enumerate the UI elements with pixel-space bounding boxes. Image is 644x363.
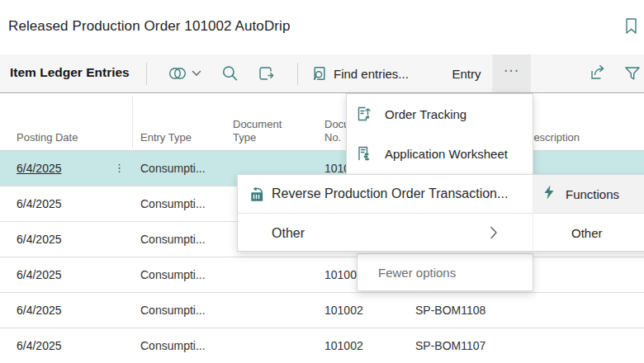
chart-view-icon xyxy=(167,64,188,83)
group-label: Functions xyxy=(566,187,619,201)
menu-item-reverse-production-order-transaction[interactable]: Reverse Production Order Transaction... xyxy=(238,175,533,213)
submenu-row: Reverse Production Order Transaction... … xyxy=(238,175,644,214)
entry-type-cell: Consumpti... xyxy=(140,328,206,363)
toolbar-separator xyxy=(146,63,147,85)
reverse-production-order-icon xyxy=(249,186,265,202)
document-no-cell: 101002 xyxy=(324,293,363,328)
filter-icon xyxy=(623,64,642,82)
fewer-options-button[interactable]: Fewer options xyxy=(358,254,533,290)
chevron-right-icon xyxy=(490,226,498,243)
grid-header: Posting Date Entry Type Document Type Do… xyxy=(0,93,644,151)
functions-group-header[interactable]: Functions xyxy=(533,175,644,213)
posting-date-link[interactable]: 6/4/2025 xyxy=(17,293,62,328)
search-icon xyxy=(220,64,239,82)
more-options-button[interactable]: ··· xyxy=(492,54,531,92)
functions-submenu: Reverse Production Order Transaction... … xyxy=(237,174,644,252)
find-entries-icon xyxy=(310,64,328,82)
group-label: Other xyxy=(571,226,603,240)
business-central-page: Released Production Order 101002 AutoDri… xyxy=(0,0,644,363)
entry-type-cell: Consumpti... xyxy=(140,293,206,328)
entry-menu-label: Entry xyxy=(452,67,481,81)
bookmark-icon[interactable] xyxy=(621,16,641,35)
title-bar: Released Production Order 101002 AutoDri… xyxy=(0,0,644,54)
item-no-cell: SP-BOM1108 xyxy=(415,293,485,328)
posting-date-link[interactable]: 6/4/2025 xyxy=(17,257,62,292)
column-divider xyxy=(132,97,133,148)
table-row[interactable]: 6/4/2025 Consumpti... 101002 SP-BOM1107 xyxy=(0,328,644,363)
show-more-expand-button[interactable] xyxy=(248,54,284,92)
share-icon xyxy=(588,64,609,83)
filter-button[interactable] xyxy=(618,54,644,92)
share-button[interactable] xyxy=(580,54,617,92)
order-tracking-icon xyxy=(355,106,372,122)
chevron-down-icon xyxy=(192,70,201,77)
entry-type-cell: Consumpti... xyxy=(140,257,206,292)
document-no-cell: 101002 xyxy=(324,328,363,363)
other-group-header[interactable]: Other xyxy=(533,214,644,252)
menu-item-application-worksheet[interactable]: Application Worksheet xyxy=(347,134,533,173)
posting-date-link[interactable]: 6/4/2025 xyxy=(17,328,62,363)
col-header-document-type[interactable]: Document Type xyxy=(233,118,297,145)
find-entries-label: Find entries... xyxy=(334,67,409,81)
col-header-description[interactable]: Description xyxy=(526,131,580,144)
submenu-row: Other Other xyxy=(238,214,644,252)
menu-item-order-tracking[interactable]: Order Tracking xyxy=(347,94,533,134)
lightning-bolt-icon xyxy=(543,185,555,203)
col-header-entry-type[interactable]: Entry Type xyxy=(140,131,192,144)
application-worksheet-icon xyxy=(355,145,372,162)
row-options-icon[interactable]: ⋮ xyxy=(114,151,125,186)
chart-view-button[interactable] xyxy=(162,54,206,92)
posting-date-link[interactable]: 6/4/2025 xyxy=(17,222,62,257)
part-toolbar: Item Ledger Entries Find entr xyxy=(0,54,644,93)
entry-type-cell: Consumpti... xyxy=(140,186,206,221)
menu-item-label: Reverse Production Order Transaction... xyxy=(272,186,508,201)
menu-item-label: Order Tracking xyxy=(385,107,466,121)
entry-type-cell: Consumpti... xyxy=(140,151,206,186)
menu-item-label: Application Worksheet xyxy=(385,147,508,161)
expand-view-icon xyxy=(256,64,276,82)
table-row[interactable]: 6/4/2025 Consumpti... 101002 SP-BOM1108 xyxy=(0,293,644,328)
menu-item-other[interactable]: Other xyxy=(238,214,533,252)
entry-type-cell: Consumpti... xyxy=(140,222,206,257)
more-options-menu: Order Tracking Application Worksheet xyxy=(346,93,533,175)
menu-item-label: Other xyxy=(272,226,305,241)
find-entries-button[interactable]: Find entries... xyxy=(310,54,409,92)
entry-menu-button[interactable]: Entry xyxy=(446,54,487,92)
page-title: Released Production Order 101002 AutoDri… xyxy=(8,18,290,35)
fewer-options-label: Fewer options xyxy=(378,266,456,280)
part-title: Item Ledger Entries xyxy=(10,65,130,80)
search-button[interactable] xyxy=(213,54,246,92)
toolbar-separator xyxy=(297,63,298,85)
fewer-options-panel: Fewer options xyxy=(357,253,533,291)
item-no-cell: SP-BOM1107 xyxy=(415,328,485,363)
posting-date-link[interactable]: 6/4/2025 xyxy=(17,186,62,221)
table-row[interactable]: 6/4/2025 Consumpti... 101002 xyxy=(0,257,644,293)
col-header-posting-date[interactable]: Posting Date xyxy=(17,131,78,144)
more-options-icon: ··· xyxy=(504,64,519,83)
posting-date-link[interactable]: 6/4/2025 xyxy=(17,151,62,186)
